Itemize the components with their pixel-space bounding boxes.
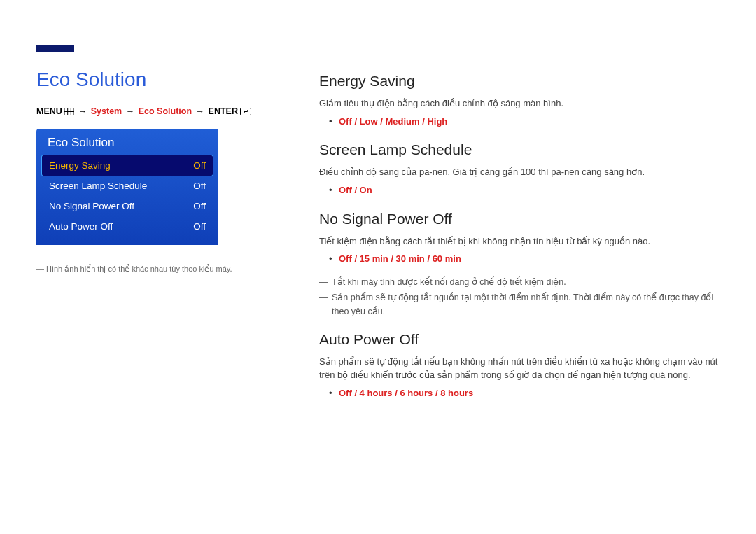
osd-row-label: Energy Saving: [49, 160, 111, 171]
breadcrumb-system: System: [91, 106, 122, 116]
osd-row-value: Off: [193, 221, 206, 232]
section-heading: No Signal Power Off: [319, 211, 725, 227]
breadcrumb-menu-label: MENU: [36, 106, 62, 116]
header-divider-line: [80, 48, 725, 48]
section-options: Off / Low / Medium / High: [319, 115, 725, 129]
section-note: Sản phẩm sẽ tự động tắt nguồn tại một th…: [319, 290, 725, 318]
breadcrumb-arrow: →: [77, 106, 89, 116]
osd-row-screen-lamp-schedule[interactable]: Screen Lamp Schedule Off: [42, 176, 213, 196]
section-options: Off / 4 hours / 6 hours / 8 hours: [319, 386, 725, 401]
osd-panel-title: Eco Solution: [42, 136, 213, 155]
section-options: Off / 15 min / 30 min / 60 min: [319, 252, 725, 267]
section-energy-saving: Energy Saving Giảm tiêu thụ điện bằng cá…: [319, 73, 725, 129]
osd-row-energy-saving[interactable]: Energy Saving Off: [42, 155, 213, 176]
section-auto-power-off: Auto Power Off Sản phẩm sẽ tự động tắt n…: [319, 331, 725, 401]
left-column: Eco Solution MENU → System → Eco Solutio…: [36, 69, 294, 414]
section-no-signal-power-off: No Signal Power Off Tiết kiệm điện bằng …: [319, 211, 725, 318]
breadcrumb-enter-label: ENTER: [209, 106, 238, 116]
section-heading: Screen Lamp Schedule: [319, 141, 725, 158]
osd-row-no-signal-power-off[interactable]: No Signal Power Off Off: [42, 196, 213, 216]
breadcrumb-arrow: →: [195, 106, 206, 116]
page-title: Eco Solution: [36, 69, 294, 91]
osd-row-label: Auto Power Off: [49, 221, 113, 232]
breadcrumb: MENU → System → Eco Solution → ENTER: [36, 106, 294, 116]
osd-row-auto-power-off[interactable]: Auto Power Off Off: [42, 216, 213, 237]
breadcrumb-arrow: →: [125, 106, 136, 116]
left-footnote: Hình ảnh hiển thị có thể khác nhau tùy t…: [36, 263, 260, 275]
osd-panel: Eco Solution Energy Saving Off Screen La…: [36, 129, 218, 245]
menu-grid-icon: [64, 108, 74, 115]
section-desc: Tiết kiệm điện bằng cách tắt thiết bị kh…: [319, 234, 725, 248]
page-header-rule: [36, 45, 725, 53]
section-desc: Điều chỉnh độ sáng của pa-nen. Giá trị c…: [319, 165, 725, 179]
section-desc: Sản phẩm sẽ tự động tắt nếu bạn không nh…: [319, 355, 725, 382]
right-column: Energy Saving Giảm tiêu thụ điện bằng cá…: [319, 69, 725, 414]
osd-row-label: No Signal Power Off: [49, 201, 134, 211]
section-options: Off / On: [319, 183, 725, 198]
section-heading: Auto Power Off: [319, 331, 725, 348]
section-desc: Giảm tiêu thụ điện bằng cách điều chỉnh …: [319, 97, 725, 111]
osd-row-value: Off: [193, 181, 206, 191]
osd-row-value: Off: [193, 160, 206, 171]
document-page: Eco Solution MENU → System → Eco Solutio…: [0, 0, 756, 534]
enter-icon: [240, 108, 251, 115]
osd-row-label: Screen Lamp Schedule: [49, 181, 147, 191]
content-columns: Eco Solution MENU → System → Eco Solutio…: [36, 69, 725, 414]
osd-row-value: Off: [193, 201, 206, 211]
section-screen-lamp-schedule: Screen Lamp Schedule Điều chỉnh độ sáng …: [319, 141, 725, 197]
breadcrumb-eco-solution: Eco Solution: [139, 106, 192, 116]
header-accent-bar: [36, 45, 74, 52]
section-heading: Energy Saving: [319, 73, 725, 90]
section-note: Tắt khi máy tính được kết nối đang ở chế…: [319, 275, 725, 289]
